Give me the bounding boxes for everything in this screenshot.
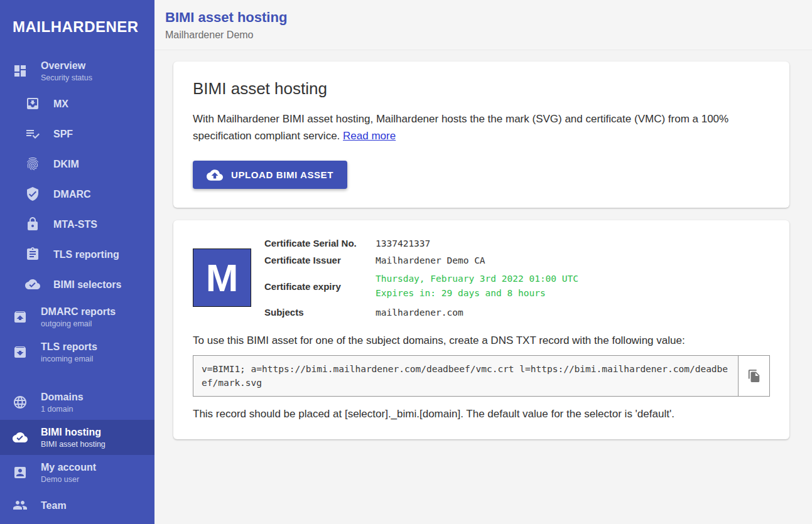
shield-check-icon [25,186,40,201]
sidebar-item-mx[interactable]: MX [0,88,154,119]
fingerprint-icon [25,156,40,171]
sidebar-item-label: MX [53,98,68,110]
sidebar-item-label: BIMI hosting [41,426,106,438]
cloud-check-icon [13,430,28,445]
cert-subjects-value: mailhardener.com [376,307,578,318]
dns-record-box: v=BIMI1; a=https://bimi.mailhardener.com… [193,355,770,397]
cloud-check-icon [25,277,40,292]
sidebar-item-label: MTA-STS [53,218,97,230]
cert-subjects-label: Subjects [264,307,376,318]
sidebar-item-dmarc-reports[interactable]: DMARC reportsoutgoing email [0,299,154,334]
sidebar-item-team[interactable]: Team [0,490,154,520]
tray-upload-icon [13,309,28,324]
selector-note: This record should be placed at [selecto… [193,408,770,420]
sidebar-item-dkim[interactable]: DKIM [0,149,154,179]
sidebar-item-dmarc[interactable]: DMARC [0,179,154,209]
cert-issuer-value: Mailhardener Demo CA [376,255,578,265]
cert-expiry-label: Certificate expiry [264,281,376,292]
inbox-download-icon [25,96,40,111]
intro-text-body: With Mailhardener BIMI asset hosting, Ma… [193,113,728,142]
sidebar-item-overview[interactable]: OverviewSecurity status [0,53,154,88]
sidebar-item-domains[interactable]: Domains1 domain [0,385,154,420]
cert-expiry-remaining: Expires in: 29 days and 8 hours [376,286,578,301]
dns-instruction: To use this BIMI asset for one of the su… [193,334,770,347]
sidebar-item-label: Team [41,500,67,511]
main-area: BIMI asset hosting Mailhardener Demo BIM… [154,0,812,524]
cert-expiry-value: Thursday, February 3rd 2022 01:00 UTC Ex… [376,272,578,301]
tray-download-icon [13,345,28,360]
sidebar-item-bimi-selectors[interactable]: BIMI selectors [0,269,154,299]
people-icon [13,498,28,513]
sidebar-item-label: Overview [41,60,92,72]
copy-dns-record-button[interactable] [738,356,769,396]
sidebar-item-tls-reports[interactable]: TLS reportsincoming email [0,334,154,370]
cert-serial-value: 1337421337 [376,238,578,249]
intro-card: BIMI asset hosting With Mailhardener BIM… [173,61,789,208]
sidebar-item-my-account[interactable]: My accountDemo user [0,455,154,490]
upload-bimi-asset-button[interactable]: UPLOAD BIMI ASSET [193,161,347,189]
sidebar-item-spf[interactable]: SPF [0,119,154,149]
cloud-upload-icon [207,167,223,183]
page-header: BIMI asset hosting Mailhardener Demo [154,0,812,50]
sidebar-item-label: BIMI selectors [53,279,121,291]
upload-button-label: UPLOAD BIMI ASSET [231,169,333,180]
page-content: BIMI asset hosting With Mailhardener BIM… [154,50,812,452]
cert-issuer-label: Certificate Issuer [264,255,376,265]
account-icon [13,465,28,480]
bimi-mark-logo: M [193,249,251,307]
sidebar-item-tls-reporting[interactable]: TLS reporting [0,239,154,269]
sidebar-item-label: Domains [41,391,84,403]
cert-expiry-date: Thursday, February 3rd 2022 01:00 UTC [376,272,578,286]
sidebar: MAILHARDENER OverviewSecurity status MX … [0,0,154,524]
app-logo: MAILHARDENER [0,0,154,53]
read-more-link[interactable]: Read more [343,130,396,142]
page-subtitle: Mailhardener Demo [165,29,812,41]
sidebar-item-label: TLS reporting [53,249,119,260]
card-title: BIMI asset hosting [193,79,770,99]
lock-icon [25,217,40,232]
certificate-summary: M Certificate Serial No. 1337421337 Cert… [193,238,770,318]
sidebar-item-sub: Security status [41,73,92,83]
cert-serial-label: Certificate Serial No. [264,238,376,249]
sidebar-item-label: TLS reports [41,341,97,353]
certificate-details-table: Certificate Serial No. 1337421337 Certif… [264,238,578,318]
sidebar-item-label: DMARC reports [41,306,116,318]
sidebar-item-label: DKIM [53,158,79,170]
intro-text: With Mailhardener BIMI asset hosting, Ma… [193,110,770,144]
sidebar-item-mta-sts[interactable]: MTA-STS [0,209,154,239]
sidebar-item-label: DMARC [53,188,91,200]
sidebar-item-bimi-hosting[interactable]: BIMI hostingBIMI asset hosting [0,420,154,455]
sidebar-item-label: My account [41,461,96,473]
dashboard-icon [13,63,28,78]
sidebar-item-label: SPF [53,128,73,140]
globe-icon [13,395,28,410]
copy-icon [747,369,761,383]
clipboard-icon [25,247,40,262]
dns-record-value: v=BIMI1; a=https://bimi.mailhardener.com… [193,356,738,396]
playlist-check-icon [25,126,40,141]
page-title: BIMI asset hosting [165,9,812,26]
certificate-card: M Certificate Serial No. 1337421337 Cert… [173,220,789,439]
